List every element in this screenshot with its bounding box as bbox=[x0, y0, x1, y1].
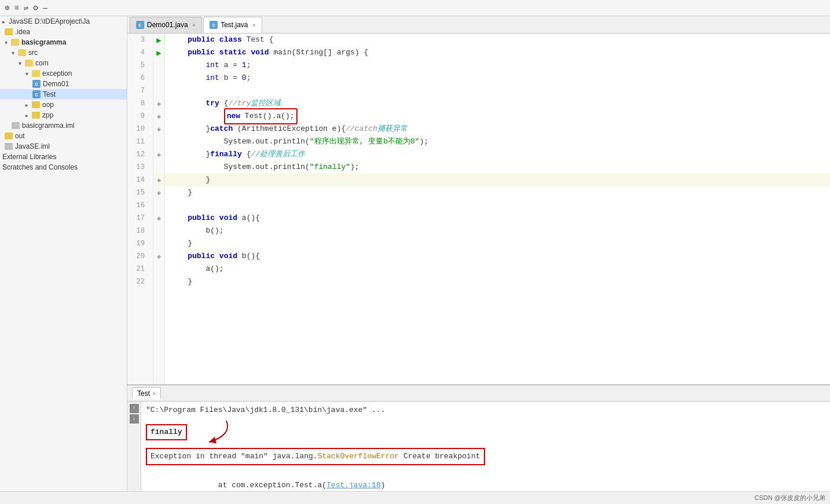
sidebar-item-demo01[interactable]: c Demo01 bbox=[0, 79, 127, 89]
minimize-icon[interactable]: — bbox=[43, 3, 47, 13]
code-token bbox=[215, 250, 219, 263]
gutter-bp-9[interactable]: ◆ bbox=[153, 110, 164, 123]
gutter-19 bbox=[153, 237, 164, 250]
console-tab-close[interactable]: × bbox=[152, 390, 156, 397]
sidebar-item-label-demo01: Demo01 bbox=[43, 80, 69, 88]
code-token bbox=[170, 250, 188, 263]
sidebar-item-basicgramma[interactable]: ▾ basicgramma bbox=[0, 37, 127, 47]
code-editor[interactable]: 3 4 5 6 7 8 9 10 11 12 13 14 15 16 17 18… bbox=[127, 34, 830, 384]
code-area[interactable]: public class Test { public static void m… bbox=[165, 34, 830, 384]
console-tab-test[interactable]: Test × bbox=[132, 387, 161, 399]
gutter-bp-8[interactable]: ◆ bbox=[153, 97, 164, 110]
sidebar-item-src[interactable]: ▾ src bbox=[0, 47, 127, 58]
sidebar-item-basicgramma-iml[interactable]: basicgramma.iml bbox=[0, 120, 127, 131]
sidebar-item-root[interactable]: ▸ JavaSE D:\IDEAproject\Ja bbox=[0, 16, 127, 27]
line-num-9: 9 bbox=[127, 110, 148, 123]
tab-label-demo01: Demo01.java bbox=[147, 21, 188, 29]
settings-icon[interactable]: ⚙ bbox=[33, 3, 38, 13]
sidebar-item-test[interactable]: c Test bbox=[0, 89, 127, 100]
iml-icon bbox=[12, 122, 20, 129]
code-token bbox=[170, 72, 205, 84]
code-token bbox=[215, 34, 219, 46]
folder-open-icon bbox=[18, 49, 26, 56]
sidebar-item-label-test: Test bbox=[43, 90, 56, 98]
code-line-19: } bbox=[165, 237, 830, 250]
console-error-box: Exception in thread "main" java.lang.Sta… bbox=[146, 448, 485, 465]
folder-open-icon bbox=[11, 39, 19, 46]
sort-icon[interactable]: ⇌ bbox=[24, 3, 28, 13]
sidebar-item-zpp[interactable]: ▸ zpp bbox=[0, 110, 127, 120]
gutter-run-4[interactable]: ▶ bbox=[153, 46, 164, 59]
sidebar-item-com[interactable]: ▾ com bbox=[0, 58, 127, 68]
code-line-22: } bbox=[165, 275, 830, 288]
console-output-line-1: "C:\Program Files\Java\jdk1.8.0_131\bin\… bbox=[146, 404, 825, 417]
code-token: public bbox=[188, 212, 215, 225]
sidebar-item-idea[interactable]: .idea bbox=[0, 27, 127, 37]
scroll-down-btn[interactable]: ↓ bbox=[130, 414, 139, 424]
line-num-17: 17 bbox=[127, 212, 148, 225]
gutter-5 bbox=[153, 59, 164, 72]
sidebar-item-javase-iml[interactable]: JavaSE.iml bbox=[0, 141, 127, 152]
tab-test[interactable]: c Test.java × bbox=[203, 17, 262, 33]
sidebar-item-oop[interactable]: ▸ oop bbox=[0, 100, 127, 110]
tab-demo01[interactable]: c Demo01.java × bbox=[130, 17, 202, 33]
gutter-bp-17[interactable]: ◆ bbox=[153, 212, 164, 225]
expand-arrow: ▾ bbox=[19, 60, 21, 67]
expand-arrow: ▾ bbox=[5, 39, 8, 46]
gutter-13 bbox=[153, 161, 164, 174]
gutter-bp-20[interactable]: ◆ bbox=[153, 250, 164, 263]
breakpoint-placeholder-icon: ◆ bbox=[157, 125, 161, 134]
run-arrow-icon: ▶ bbox=[156, 35, 161, 45]
code-line-16 bbox=[165, 199, 830, 212]
expand-arrow: ▾ bbox=[25, 71, 28, 77]
sidebar-item-external-libraries[interactable]: External Libraries bbox=[0, 152, 127, 162]
code-token: //处理善后工作 bbox=[251, 148, 305, 161]
code-token: public bbox=[188, 34, 215, 46]
code-token: catch bbox=[210, 123, 233, 135]
code-line-12: }finally {//处理善后工作 bbox=[165, 148, 830, 161]
code-token: } bbox=[170, 174, 210, 186]
line-num-18: 18 bbox=[127, 225, 148, 237]
code-token: a = bbox=[219, 59, 242, 72]
code-redbox: new Test().a(); bbox=[224, 108, 298, 124]
code-line-17: public void a(){ bbox=[165, 212, 830, 225]
sidebar-item-exception[interactable]: ▾ exception bbox=[0, 68, 127, 79]
gutter-bp-10[interactable]: ◆ bbox=[153, 123, 164, 135]
console-tab-label: Test bbox=[137, 389, 150, 398]
line-num-5: 5 bbox=[127, 59, 148, 72]
tab-java-icon: c bbox=[210, 21, 218, 29]
console-finally-row: finally bbox=[146, 418, 825, 447]
list-icon[interactable]: ≡ bbox=[14, 3, 19, 13]
folder-icon bbox=[5, 133, 13, 139]
line-num-16: 16 bbox=[127, 199, 148, 212]
gutter-run-3[interactable]: ▶ bbox=[153, 34, 164, 46]
gutter-bp-14[interactable]: ◆ bbox=[153, 174, 164, 186]
sidebar-item-out[interactable]: out bbox=[0, 131, 127, 141]
code-token bbox=[170, 46, 188, 59]
run-arrow-icon: ▶ bbox=[156, 48, 161, 58]
console-stack-close: ) bbox=[381, 481, 385, 490]
code-token bbox=[170, 34, 188, 46]
tab-label-test: Test.java bbox=[221, 21, 248, 29]
console-output[interactable]: "C:\Program Files\Java\jdk1.8.0_131\bin\… bbox=[141, 402, 830, 491]
scroll-up-btn[interactable]: ↑ bbox=[130, 404, 139, 413]
sidebar-item-scratches[interactable]: Scratches and Consoles bbox=[0, 162, 127, 172]
console-side-buttons: ↑ ↓ bbox=[127, 402, 141, 491]
code-token bbox=[215, 212, 219, 225]
gutter-bp-12[interactable]: ◆ bbox=[153, 148, 164, 161]
gutter-bp-15[interactable]: ◆ bbox=[153, 186, 164, 199]
code-token: { bbox=[242, 148, 251, 161]
code-token bbox=[170, 212, 188, 225]
code-token: void bbox=[251, 46, 269, 59]
expand-arrow: ▸ bbox=[2, 19, 5, 25]
target-icon[interactable]: ⊕ bbox=[5, 3, 9, 13]
tab-close-test[interactable]: × bbox=[252, 21, 256, 28]
sidebar-item-label-com: com bbox=[35, 59, 49, 67]
gutter-7 bbox=[153, 84, 164, 97]
code-token: class bbox=[219, 34, 242, 46]
code-token: ; bbox=[247, 59, 251, 72]
console-stack-link[interactable]: Test.java:18 bbox=[326, 481, 381, 490]
sidebar: ▸ JavaSE D:\IDEAproject\Ja .idea ▾ basic… bbox=[0, 16, 127, 491]
tab-close-demo01[interactable]: × bbox=[192, 21, 196, 28]
line-num-10: 10 bbox=[127, 123, 148, 135]
